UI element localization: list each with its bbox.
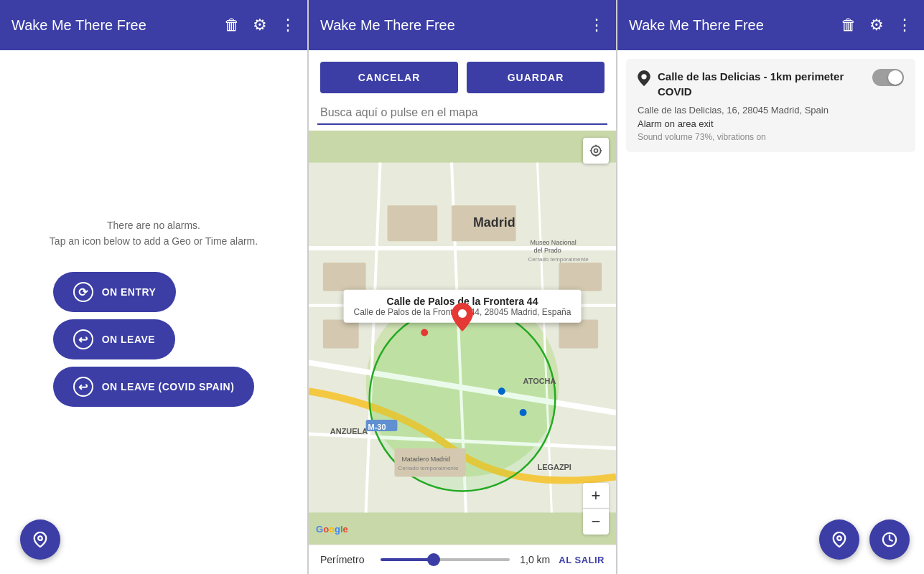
mid-action-bar: CANCELAR GUARDAR [309, 50, 616, 102]
toggle-thumb [888, 70, 902, 85]
on-leave-covid-label: ON LEAVE (COVID SPAIN) [102, 381, 235, 392]
svg-text:del Prado: del Prado [534, 247, 561, 254]
on-leave-button[interactable]: ↩ ON LEAVE [53, 319, 176, 359]
fab-bottom-left [20, 519, 60, 560]
alarm-card-title: Calle de las Delicias - 1km perimeter CO… [658, 69, 865, 99]
add-geo-alarm-fab-left[interactable] [20, 519, 60, 560]
perimeter-slider[interactable] [381, 558, 510, 561]
on-leave-icon: ↩ [73, 329, 93, 349]
svg-rect-14 [323, 320, 359, 349]
svg-rect-15 [559, 320, 598, 349]
svg-rect-13 [559, 263, 602, 291]
perimeter-value: 1,0 km [518, 554, 550, 565]
locate-button[interactable] [583, 138, 609, 164]
cancel-button[interactable]: CANCELAR [320, 62, 458, 93]
top-bar-mid: Wake Me There Free ⋮ [309, 0, 616, 50]
map-pin [452, 303, 473, 338]
alarm-card-volume: Sound volume 73%, vibrations on [638, 132, 904, 142]
google-logo: Google [316, 524, 348, 535]
alarm-card: Calle de las Delicias - 1km perimeter CO… [626, 59, 915, 152]
svg-point-33 [458, 309, 467, 318]
save-button[interactable]: GUARDAR [467, 62, 605, 93]
gear-icon-left[interactable]: ⚙ [253, 16, 267, 34]
svg-text:Cerrado temporalmente: Cerrado temporalmente [398, 465, 459, 471]
map-zoom-buttons: + − [583, 483, 609, 535]
add-geo-alarm-fab-right[interactable] [819, 519, 859, 560]
svg-point-34 [594, 149, 598, 153]
app-title-right: Wake Me There Free [629, 17, 841, 34]
svg-rect-10 [387, 205, 437, 241]
alarm-toggle[interactable] [872, 69, 904, 86]
alarm-card-mode: Alarm on area exit [638, 118, 904, 129]
on-entry-button[interactable]: ⟳ ON ENTRY [53, 272, 177, 312]
svg-text:Cerrado temporalmente: Cerrado temporalmente [528, 256, 589, 263]
svg-point-31 [498, 387, 505, 395]
top-bar-icons-mid: ⋮ [589, 16, 605, 34]
svg-text:M-30: M-30 [368, 423, 386, 431]
top-bar-left: Wake Me There Free 🗑 ⚙ ⋮ [0, 0, 307, 50]
on-leave-label: ON LEAVE [102, 334, 156, 345]
trash-icon-left[interactable]: 🗑 [224, 16, 240, 34]
svg-text:LEGAZPI: LEGAZPI [538, 463, 571, 471]
svg-text:ANZUELA: ANZUELA [330, 427, 368, 436]
svg-text:Museo Nacional: Museo Nacional [531, 239, 577, 246]
svg-point-37 [837, 536, 841, 540]
on-entry-icon: ⟳ [73, 282, 93, 302]
on-leave-covid-icon: ↩ [73, 377, 93, 397]
more-icon-right[interactable]: ⋮ [897, 16, 913, 34]
app-title-left: Wake Me There Free [11, 17, 224, 34]
zoom-in-button[interactable]: + [583, 483, 609, 509]
svg-point-30 [421, 329, 428, 337]
alarm-card-header: Calle de las Delicias - 1km perimeter CO… [638, 69, 904, 99]
perimeter-mode[interactable]: AL SALIR [559, 555, 605, 565]
map-container[interactable]: CENTRO Madrid Museo Nacional del Prado C… [309, 131, 616, 545]
empty-text: There are no alarms. Tap an icon below t… [50, 217, 258, 250]
trash-icon-right[interactable]: 🗑 [841, 16, 857, 34]
svg-rect-12 [323, 263, 366, 291]
top-bar-icons-left: 🗑 ⚙ ⋮ [224, 16, 296, 34]
alarm-card-address: Calle de las Delicias, 16, 28045 Madrid,… [638, 105, 904, 116]
svg-point-0 [38, 536, 42, 540]
svg-point-32 [520, 409, 527, 416]
alarm-card-pin-icon [638, 70, 650, 90]
add-time-alarm-fab-right[interactable] [869, 519, 910, 560]
panel-right: Wake Me There Free 🗑 ⚙ ⋮ Calle de las De… [617, 0, 924, 574]
top-bar-right: Wake Me There Free 🗑 ⚙ ⋮ [617, 0, 924, 50]
search-input[interactable] [317, 102, 607, 125]
svg-text:Matadero Madrid: Matadero Madrid [401, 456, 450, 463]
panel-mid: Wake Me There Free ⋮ CANCELAR GUARDAR [309, 0, 617, 574]
perimeter-label: Perímetro [320, 554, 372, 565]
on-leave-covid-button[interactable]: ↩ ON LEAVE (COVID SPAIN) [53, 367, 255, 407]
perimeter-bar: Perímetro 1,0 km AL SALIR [309, 545, 616, 574]
svg-point-35 [591, 146, 600, 155]
on-entry-label: ON ENTRY [102, 286, 157, 298]
more-icon-mid[interactable]: ⋮ [589, 16, 605, 34]
more-icon-left[interactable]: ⋮ [280, 16, 296, 34]
svg-point-36 [641, 74, 646, 79]
map-svg: CENTRO Madrid Museo Nacional del Prado C… [309, 131, 616, 545]
fab-bottom-right [819, 519, 910, 560]
svg-text:Madrid: Madrid [473, 215, 515, 230]
zoom-out-button[interactable]: − [583, 509, 609, 535]
top-bar-icons-right: 🗑 ⚙ ⋮ [841, 16, 913, 34]
empty-state: There are no alarms. Tap an icon below t… [0, 50, 307, 574]
gear-icon-right[interactable]: ⚙ [869, 16, 884, 34]
alarm-buttons: ⟳ ON ENTRY ↩ ON LEAVE ↩ ON LEAVE (COVID … [53, 272, 255, 407]
panel-left: Wake Me There Free 🗑 ⚙ ⋮ There are no al… [0, 0, 309, 574]
svg-text:ATOCHA: ATOCHA [523, 377, 556, 385]
app-title-mid: Wake Me There Free [320, 17, 589, 34]
